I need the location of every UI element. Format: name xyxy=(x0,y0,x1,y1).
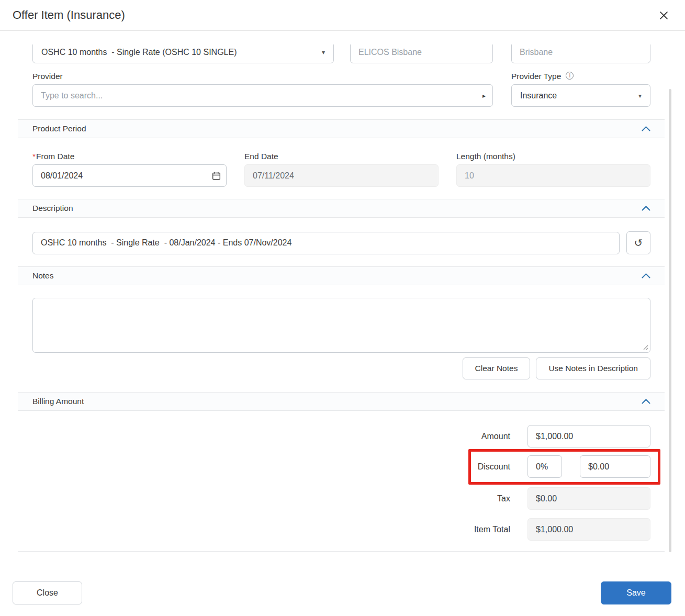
description-header[interactable]: Description xyxy=(18,199,665,218)
item-total-input xyxy=(527,518,650,541)
description-body: ↺ xyxy=(18,218,665,266)
history-icon: ↺ xyxy=(634,237,643,249)
discount-group: Discount xyxy=(478,455,650,478)
resize-grip-icon[interactable] xyxy=(643,344,648,350)
product-period-header[interactable]: Product Period xyxy=(18,119,665,138)
billing-body: Amount Discount Tax Item Tot xyxy=(18,411,665,551)
close-icon xyxy=(659,14,668,21)
discount-amount-input[interactable] xyxy=(580,455,650,478)
chevron-up-icon[interactable] xyxy=(642,399,650,404)
required-mark: * xyxy=(32,152,36,161)
caret-down-icon: ▾ xyxy=(638,92,642,99)
save-button[interactable]: Save xyxy=(601,581,671,604)
tax-row: Tax xyxy=(32,487,650,510)
discount-percent-input[interactable] xyxy=(527,455,562,478)
billing-amount-header[interactable]: Billing Amount xyxy=(18,392,665,411)
notes-title: Notes xyxy=(32,271,54,281)
chevron-up-icon[interactable] xyxy=(642,126,650,131)
amount-input[interactable] xyxy=(527,425,650,447)
from-date-label: *From Date xyxy=(32,152,227,161)
scrollbar[interactable] xyxy=(669,89,671,552)
discount-label: Discount xyxy=(478,462,510,472)
length-months-input xyxy=(456,164,650,187)
length-months-label: Length (months) xyxy=(456,152,650,161)
description-input[interactable] xyxy=(32,232,620,254)
notes-textarea[interactable] xyxy=(32,298,650,353)
tax-input xyxy=(527,487,650,510)
provider-row: Provider ▸ Provider Type i Insurance ▾ xyxy=(32,72,650,107)
provider-type-select[interactable]: Insurance ▾ xyxy=(511,84,650,107)
calendar-icon[interactable] xyxy=(212,171,221,180)
modal-title: Offer Item (Insurance) xyxy=(13,8,125,22)
end-date-input xyxy=(244,164,439,187)
provider-label: Provider xyxy=(32,72,493,81)
course-field[interactable] xyxy=(350,44,493,63)
close-button[interactable] xyxy=(656,8,671,23)
notes-buttons: Clear Notes Use Notes in Description xyxy=(32,357,650,379)
notes-body: Clear Notes Use Notes in Description xyxy=(18,285,665,392)
provider-search: ▸ xyxy=(32,84,493,107)
chevron-up-icon[interactable] xyxy=(642,206,650,211)
from-date-input[interactable] xyxy=(32,164,227,187)
regenerate-description-button[interactable]: ↺ xyxy=(626,231,650,254)
chevron-up-icon[interactable] xyxy=(642,273,650,278)
modal-footer: Close Save xyxy=(0,581,685,604)
use-notes-in-description-button[interactable]: Use Notes in Description xyxy=(536,357,650,379)
amount-row: Amount xyxy=(32,425,650,447)
notes-section: Notes Clear Notes Use Notes in Descripti… xyxy=(18,266,665,392)
modal-header: Offer Item (Insurance) xyxy=(0,0,685,31)
caret-down-icon: ▾ xyxy=(322,49,325,56)
provider-type-label: Provider Type xyxy=(511,72,561,81)
discount-row: Discount xyxy=(32,455,650,478)
modal-body: OSHC 10 months - Single Rate (OSHC 10 SI… xyxy=(0,44,685,552)
clear-notes-button[interactable]: Clear Notes xyxy=(463,357,531,379)
product-period-section: Product Period *From Date End Date xyxy=(18,119,665,199)
tax-label: Tax xyxy=(497,494,510,503)
product-period-body: *From Date End Date Length (months) xyxy=(18,138,665,199)
close-button-footer[interactable]: Close xyxy=(13,581,82,604)
info-icon[interactable]: i xyxy=(566,72,574,80)
product-period-title: Product Period xyxy=(32,124,86,133)
description-section: Description ↺ xyxy=(18,199,665,266)
offer-item-modal: Offer Item (Insurance) OSHC 10 months - … xyxy=(0,0,685,604)
provider-type-label-row: Provider Type i xyxy=(511,72,650,81)
provider-type-value: Insurance xyxy=(520,91,557,100)
caret-right-icon[interactable]: ▸ xyxy=(482,92,486,99)
product-select[interactable]: OSHC 10 months - Single Rate (OSHC 10 SI… xyxy=(32,44,334,63)
billing-amount-section: Billing Amount Amount Discount xyxy=(18,392,665,552)
amount-label: Amount xyxy=(481,432,510,441)
billing-amount-title: Billing Amount xyxy=(32,397,84,406)
end-date-label: End Date xyxy=(244,152,439,161)
item-total-row: Item Total xyxy=(32,518,650,541)
notes-header[interactable]: Notes xyxy=(18,266,665,285)
product-select-value: OSHC 10 months - Single Rate (OSHC 10 SI… xyxy=(41,48,237,57)
item-total-label: Item Total xyxy=(474,525,510,534)
provider-search-input[interactable] xyxy=(32,84,493,107)
campus-field[interactable] xyxy=(511,44,650,63)
description-title: Description xyxy=(32,204,73,213)
top-row: OSHC 10 months - Single Rate (OSHC 10 SI… xyxy=(32,44,650,64)
